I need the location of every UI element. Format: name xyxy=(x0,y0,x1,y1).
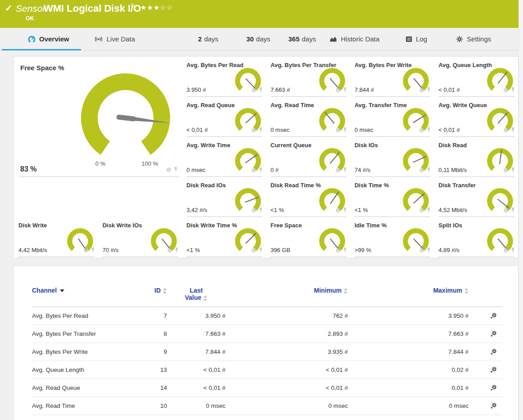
pin-icon[interactable] xyxy=(173,166,178,174)
gear-icon[interactable] xyxy=(335,167,341,175)
gear-icon[interactable] xyxy=(335,126,341,135)
priority-stars[interactable]: ★★★☆☆ xyxy=(140,4,173,12)
col-header-channel[interactable]: Channel xyxy=(32,287,130,294)
pin-icon[interactable] xyxy=(510,126,515,135)
pin-icon[interactable] xyxy=(510,86,515,95)
tab-2-days[interactable]: 2days xyxy=(198,28,218,50)
gear-icon[interactable] xyxy=(251,86,257,95)
pin-icon[interactable] xyxy=(343,207,347,215)
pin-icon[interactable] xyxy=(426,86,431,95)
gear-icon[interactable] xyxy=(251,167,257,175)
pin-icon[interactable] xyxy=(426,247,431,255)
tab-settings[interactable]: Settings xyxy=(456,28,491,50)
cell-maximum: 7.663 # xyxy=(348,330,469,337)
col-header-minimum[interactable]: Minimum xyxy=(225,287,348,294)
tab-historic-data[interactable]: Historic Data xyxy=(329,28,379,50)
gauge-value: 0,11 Mbit/s xyxy=(438,167,467,173)
priority-flag-icon[interactable]: ⚐ xyxy=(131,2,135,9)
channel-settings-gear-icon[interactable] xyxy=(490,330,497,337)
gauge-cell-avg-read-queue: Avg. Read Queue < 0,01 # xyxy=(182,97,266,137)
gauge-value: < 0,01 # xyxy=(438,126,460,133)
pin-icon[interactable] xyxy=(343,86,347,95)
gear-icon[interactable] xyxy=(335,86,341,95)
tab-30-days[interactable]: 30days xyxy=(246,28,270,50)
channel-settings-gear-icon[interactable] xyxy=(490,402,497,409)
gear-icon[interactable] xyxy=(503,207,509,215)
gauge-cell-split-ios: Split IOs 4,89 #/s xyxy=(434,217,518,257)
gear-icon[interactable] xyxy=(251,207,257,215)
pin-icon[interactable] xyxy=(174,247,179,255)
gear-icon[interactable] xyxy=(419,126,424,135)
pin-icon[interactable] xyxy=(426,126,431,135)
tab-label: Settings xyxy=(467,35,491,43)
gauge-value: 4,42 Mbit/s xyxy=(18,247,47,253)
gear-icon[interactable] xyxy=(419,247,424,255)
gear-icon[interactable] xyxy=(503,126,509,135)
table-row: Avg. Read Time 10 0 msec 0 msec 0 msec xyxy=(32,397,502,415)
gear-icon[interactable] xyxy=(335,247,341,255)
gauge-needle xyxy=(498,72,507,84)
tab-365-days[interactable]: 365days xyxy=(289,28,316,50)
pin-icon[interactable] xyxy=(343,167,347,175)
pin-icon[interactable] xyxy=(510,207,515,215)
tab-log[interactable]: Log xyxy=(406,28,427,50)
pin-icon[interactable] xyxy=(258,167,263,175)
cell-divider xyxy=(438,257,514,257)
sort-icon xyxy=(344,288,348,294)
pin-icon[interactable] xyxy=(343,247,347,255)
scrollbar-track[interactable] xyxy=(518,0,523,420)
gear-icon[interactable] xyxy=(419,86,424,95)
gear-icon[interactable] xyxy=(251,126,257,135)
gauge-title: Disk Read IOs xyxy=(186,182,225,189)
pin-icon[interactable] xyxy=(258,247,263,255)
gear-icon[interactable] xyxy=(83,247,89,255)
gear-icon[interactable] xyxy=(419,207,424,215)
historic-icon xyxy=(329,36,337,42)
gear-icon[interactable] xyxy=(167,247,172,255)
gauge-value: <1 % xyxy=(271,207,284,213)
gauge-needle xyxy=(246,113,257,123)
cell-channel: Avg. Bytes Per Read xyxy=(32,312,130,319)
cell-divider xyxy=(18,257,95,257)
tab-live-data[interactable]: Live Data xyxy=(94,28,135,50)
tab-overview[interactable]: Overview xyxy=(28,28,69,50)
col-header-maximum[interactable]: Maximum xyxy=(348,287,469,294)
gear-icon[interactable] xyxy=(503,86,509,95)
col-header-last-value[interactable]: Last Value xyxy=(167,287,225,301)
gauge-cell-avg-bytes-per-transfer: Avg. Bytes Per Transfer 7.663 # xyxy=(266,57,350,97)
channel-settings-gear-icon[interactable] xyxy=(490,366,497,373)
gauge-cell-current-queue: Current Queue 0 # xyxy=(266,137,350,177)
pin-icon[interactable] xyxy=(258,86,263,95)
empty-cell xyxy=(14,177,182,217)
gauge-title: Free Space xyxy=(271,222,302,229)
channel-settings-gear-icon[interactable] xyxy=(490,384,497,391)
gauge-value: 0 # xyxy=(271,167,279,173)
gauge-title: Avg. Write Time xyxy=(186,142,230,149)
sensor-kind-label: Sensor xyxy=(16,3,46,14)
tab-label: Overview xyxy=(39,35,69,43)
pin-icon[interactable] xyxy=(90,247,95,255)
gauge-needle xyxy=(414,194,424,203)
pin-icon[interactable] xyxy=(343,126,347,135)
pin-icon[interactable] xyxy=(510,167,515,175)
pin-icon[interactable] xyxy=(258,126,263,135)
gear-icon[interactable] xyxy=(503,247,509,255)
gear-icon[interactable] xyxy=(419,167,424,175)
cell-channel: Avg. Read Queue xyxy=(32,384,130,391)
gauge-title: Disk Write IOs xyxy=(103,222,142,229)
gear-icon[interactable] xyxy=(166,166,171,174)
gauge-cell-avg-bytes-per-read: Avg. Bytes Per Read 3.950 # xyxy=(182,57,266,97)
pin-icon[interactable] xyxy=(426,207,431,215)
cell-minimum: < 0,01 # xyxy=(225,384,348,391)
channel-settings-gear-icon[interactable] xyxy=(490,348,497,355)
gear-icon[interactable] xyxy=(335,207,341,215)
pin-icon[interactable] xyxy=(510,247,515,255)
gear-icon[interactable] xyxy=(251,247,257,255)
gear-icon[interactable] xyxy=(503,167,509,175)
pin-icon[interactable] xyxy=(426,167,431,175)
sort-icon xyxy=(163,288,167,294)
channel-settings-gear-icon[interactable] xyxy=(490,312,497,319)
col-header-id[interactable]: ID xyxy=(130,287,167,294)
pin-icon[interactable] xyxy=(258,207,263,215)
gauge-value: 74 #/s xyxy=(355,167,370,173)
